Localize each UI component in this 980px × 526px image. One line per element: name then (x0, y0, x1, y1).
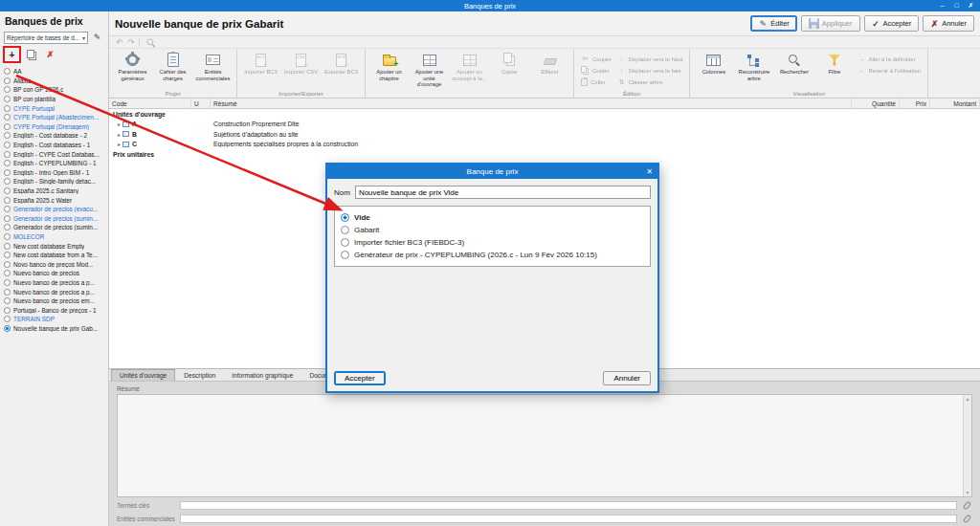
apply-button[interactable]: Appliquer (801, 15, 860, 32)
database-item[interactable]: Novo banco de preços Mod... (0, 259, 108, 269)
database-item[interactable]: New cost database from a Te... (0, 251, 108, 260)
redo-icon[interactable]: ↷ (127, 36, 134, 48)
tab-information-graphique[interactable]: Information graphique (224, 369, 301, 381)
importer-bc3-button[interactable]: Importer BC3 (242, 51, 279, 76)
exporter-bc3-button[interactable]: Exporter BC3 (323, 51, 360, 76)
database-item[interactable]: Nuevo banco de precios (0, 269, 108, 278)
resume-textarea[interactable]: ▲ ▼ (117, 394, 972, 497)
undo-icon[interactable]: ↶ (116, 36, 122, 48)
database-item[interactable]: English - CYPEPLUMBING - 1 (0, 159, 108, 168)
repository-dropdown[interactable]: Répertoire de bases de d... ▾ (4, 32, 88, 44)
cancel-button[interactable]: Annuler (923, 15, 974, 32)
database-item[interactable]: MOLECOR (0, 232, 108, 242)
edit-repository-button[interactable] (90, 31, 104, 44)
database-item[interactable]: Aliaxis (0, 77, 108, 86)
importer-csv-button[interactable]: Importer CSV (282, 51, 320, 76)
database-item[interactable]: España 2025.c Water (0, 195, 108, 205)
parametres-generaux-button[interactable]: Paramètres généraux (114, 51, 151, 81)
database-item[interactable]: CYPE Portugal (0, 103, 108, 113)
database-item[interactable]: BP con GP 2026.c (0, 85, 108, 95)
field-input[interactable] (180, 501, 957, 510)
database-item[interactable]: Nuevo banco de precios a p... (0, 287, 108, 296)
column-header-resume[interactable]: Résumé (211, 99, 852, 108)
field-input[interactable] (180, 515, 957, 523)
database-item[interactable]: English - Cost databases - 1 (0, 141, 108, 150)
database-item[interactable]: Nuevo banco de precios a p... (0, 278, 108, 288)
table-row[interactable]: ▸AConstruction Proprement Dite (109, 120, 980, 130)
rechercher-button[interactable]: Rechercher (775, 51, 813, 76)
database-item[interactable]: Nuevo banco de precios em... (0, 296, 108, 306)
effacer-button[interactable]: Effacer (531, 51, 568, 76)
column-header-code[interactable]: Code (109, 99, 191, 108)
dialog-option[interactable]: Générateur de prix - CYPEPLUMBING (2026.… (341, 249, 644, 261)
maximize-icon[interactable]: □ (949, 0, 964, 11)
edit-button[interactable]: Éditer (750, 15, 797, 32)
ajouter-unite-ouvrage-button[interactable]: Ajouter une unité d'ouvrage (411, 51, 448, 88)
attach-button[interactable] (961, 500, 972, 511)
database-item[interactable]: Generador de precios (sumin... (0, 214, 108, 224)
couper-button[interactable]: Couper (579, 54, 613, 64)
table-row[interactable]: Prix unitaires (109, 149, 980, 160)
vertical-scrollbar[interactable]: ▲ ▼ (963, 395, 971, 496)
database-item[interactable]: TERRAIN SDP (0, 315, 108, 324)
filtre-button[interactable]: Filtre (815, 51, 853, 76)
database-item[interactable]: Generador de precios (sumin... (0, 223, 108, 232)
tab-description[interactable]: Description (176, 369, 223, 381)
cancel-button[interactable]: Annuler (603, 371, 651, 385)
dialog-close-icon[interactable]: ✕ (646, 164, 653, 179)
database-item[interactable]: Generador de precios (evacu... (0, 205, 108, 214)
database-item[interactable]: AA (0, 67, 108, 77)
column-header-prix[interactable]: Prix (900, 99, 930, 108)
entites-commerciales-button[interactable]: Entités commerciales (194, 51, 232, 81)
database-item[interactable]: English - Cost database - 2 (0, 131, 108, 141)
colonnes-button[interactable]: Colonnes (695, 51, 732, 76)
table-row[interactable]: ▸BSujétions d'adaptation au site (109, 129, 980, 140)
scroll-up-icon[interactable]: ▲ (966, 396, 970, 402)
accept-button[interactable]: Accepter (864, 15, 920, 32)
ajouter-chapitre-button[interactable]: Ajouter un chapitre (370, 51, 408, 81)
database-item[interactable]: English - CYPE Cost Databas... (0, 149, 108, 159)
deplacer-bas-button[interactable]: Déplacer vers le bas (616, 65, 685, 76)
database-item[interactable]: BP con plantilla (0, 95, 108, 104)
tab-unit-s-d-ouvrage[interactable]: Unités d'ouvrage (111, 369, 175, 381)
scroll-down-icon[interactable]: ▼ (966, 490, 970, 495)
expand-icon[interactable]: ▸ (118, 141, 121, 147)
database-item[interactable]: Portugal - Banco de preços - 1 (0, 305, 108, 315)
coller-button[interactable]: Coller (579, 77, 613, 87)
name-input[interactable] (355, 186, 651, 199)
database-item[interactable]: New cost database Empty (0, 241, 108, 251)
attach-button[interactable] (961, 514, 972, 524)
table-row[interactable]: Unités d'ouvrage (109, 109, 980, 120)
delete-database-button[interactable] (43, 48, 57, 61)
reconstruire-arbre-button[interactable]: Reconstruire arbre (735, 51, 772, 81)
column-header-u[interactable]: U (191, 99, 211, 108)
cahier-des-charges-button[interactable]: Cahier des charges (154, 51, 191, 81)
expand-icon[interactable]: ▸ (118, 131, 121, 138)
database-item[interactable]: CYPE Portugal (Drenagem) (0, 122, 108, 132)
copy-database-button[interactable] (24, 48, 38, 61)
copier-small-button[interactable]: Copier (579, 65, 613, 76)
column-header-montant[interactable]: Montant (930, 99, 980, 108)
copier-button[interactable]: Copier (491, 51, 528, 76)
classer-arbre-button[interactable]: Classer arbre (616, 77, 685, 87)
database-item[interactable]: English - Intro Open BIM - 1 (0, 168, 108, 178)
database-item[interactable]: Nouvelle banque de prix Gab... (0, 324, 108, 334)
minimize-icon[interactable]: – (935, 0, 949, 11)
database-item[interactable]: English - Single-family detac... (0, 177, 108, 186)
expand-icon[interactable]: ▸ (118, 121, 121, 127)
deplacer-haut-button[interactable]: Déplacer vers le haut (616, 54, 685, 64)
table-row[interactable]: ▸CEquipements spécialisés propres à la c… (109, 140, 980, 150)
column-header-quantite[interactable]: Quantité (852, 99, 900, 108)
add-database-button[interactable] (5, 48, 19, 61)
zoom-search-icon[interactable] (146, 37, 156, 47)
accept-button[interactable]: Accepter (334, 371, 386, 385)
dialog-option[interactable]: Gabarit (341, 224, 644, 236)
dialog-option[interactable]: Importer fichier BC3 (FIEBDC-3) (341, 236, 644, 249)
database-item[interactable]: España 2025.c Sanitary (0, 186, 108, 196)
ajouter-concept-button[interactable]: Ajouter un concept à la... (451, 51, 488, 81)
aller-definition-button[interactable]: Aller à la définition (856, 54, 923, 64)
dialog-option[interactable]: Vide (341, 211, 644, 224)
database-item[interactable]: CYPE Portugal (Abastecimen... (0, 113, 108, 122)
close-icon[interactable]: ✗ (964, 0, 978, 11)
revenir-utilisation-button[interactable]: Revenir à l'utilisation (856, 65, 923, 76)
